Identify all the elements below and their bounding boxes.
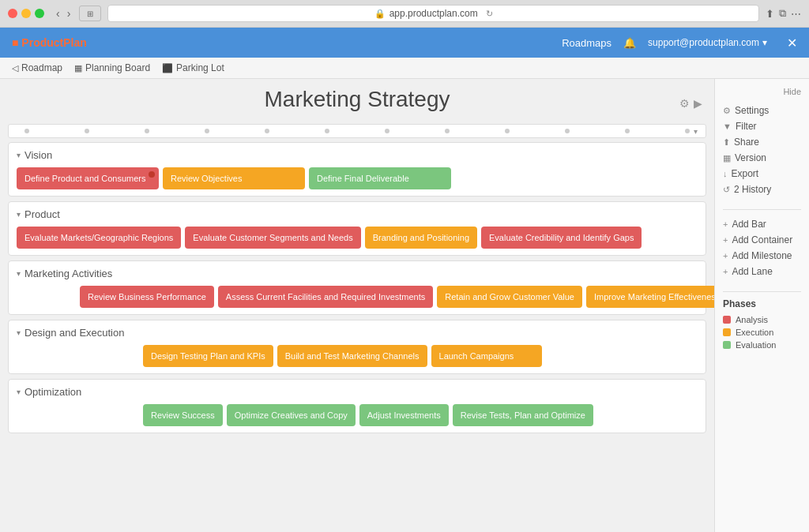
optimize-creatives-card[interactable]: Optimize Creatives and Copy	[227, 404, 356, 426]
filter-item[interactable]: ▼ Filter	[723, 118, 801, 134]
build-test-channels-card[interactable]: Build and Test Marketing Channels	[277, 345, 427, 367]
sidebar-hide-section: Hide	[723, 87, 801, 96]
hide-sidebar-button[interactable]: Hide	[783, 87, 801, 96]
review-success-card[interactable]: Review Success	[143, 404, 223, 426]
design-testing-card[interactable]: Design Testing Plan and KPIs	[143, 345, 273, 367]
phase-execution: Execution	[723, 326, 801, 339]
add-lane-item[interactable]: + Add Lane	[723, 264, 801, 279]
evaluation-color-swatch	[723, 341, 731, 349]
parking-lot-tab[interactable]: ⬛ Parking Lot	[162, 62, 224, 73]
history-item[interactable]: ↺ 2 History	[723, 182, 801, 197]
share-item[interactable]: ⬆ Share	[723, 134, 801, 150]
add-container-label: Add Container	[732, 234, 792, 245]
share-icon: ⬆	[723, 137, 730, 148]
card-label: Revise Tests, Plan and Optimize	[461, 410, 585, 420]
new-tab-button[interactable]: ⧉	[779, 7, 786, 20]
timeline-header: ▾	[8, 124, 706, 138]
minimize-traffic-light[interactable]	[21, 9, 31, 18]
parking-lot-icon: ⬛	[162, 63, 173, 73]
sidebar-add-actions: + Add Bar + Add Container + Add Mileston…	[723, 216, 801, 279]
app-close-button[interactable]: ✕	[787, 36, 797, 51]
export-item[interactable]: ↓ Export	[723, 166, 801, 182]
revise-tests-card[interactable]: Revise Tests, Plan and Optimize	[453, 404, 593, 426]
execution-label: Execution	[736, 328, 773, 337]
evaluate-markets-card[interactable]: Evaluate Markets/Geographic Regions	[17, 227, 181, 249]
settings-gear-icon[interactable]: ⚙	[679, 97, 690, 110]
notifications-bell[interactable]: 🔔	[623, 37, 636, 49]
card-alert-dot	[149, 171, 155, 178]
app-logo: ■ ProductPlan	[12, 36, 562, 49]
add-milestone-label: Add Milestone	[732, 250, 792, 261]
version-icon: ▦	[723, 153, 731, 163]
add-milestone-item[interactable]: + Add Milestone	[723, 248, 801, 264]
version-label: Version	[735, 152, 766, 163]
user-dropdown-arrow: ▾	[762, 37, 767, 48]
sidebar-divider	[723, 209, 801, 210]
traffic-lights	[8, 9, 44, 18]
card-label: Adjust Investments	[367, 410, 441, 420]
evaluate-customer-segments-card[interactable]: Evaluate Customer Segments and Needs	[185, 227, 360, 249]
product-lane-header[interactable]: ▾ Product	[17, 208, 698, 220]
design-execution-lane: ▾ Design and Execution Design Testing Pl…	[8, 320, 706, 374]
share-window-button[interactable]: ⬆	[766, 7, 774, 20]
version-item[interactable]: ▦ Version	[723, 150, 801, 166]
timeline-dot	[445, 129, 450, 133]
card-label: Review Objectives	[171, 174, 242, 183]
sub-nav: ◁ Roadmap ▦ Planning Board ⬛ Parking Lot	[0, 58, 809, 79]
launch-campaigns-card[interactable]: Launch Campaigns	[431, 345, 542, 367]
marketing-activities-lane: ▾ Marketing Activities Review Business P…	[8, 260, 706, 315]
review-objectives-card[interactable]: Review Objectives	[163, 167, 305, 189]
card-label: Assess Current Facilities and Required I…	[226, 292, 426, 302]
marketing-activities-header[interactable]: ▾ Marketing Activities	[17, 268, 698, 279]
evaluation-label: Evaluation	[736, 340, 776, 350]
optimization-lane: ▾ Optimization Review Success Optimize C…	[8, 379, 706, 433]
add-bar-label: Add Bar	[732, 219, 766, 230]
address-bar[interactable]: 🔒 app.productplan.com ↻	[107, 5, 759, 22]
share-label: Share	[734, 137, 759, 148]
timeline-dot	[325, 129, 329, 133]
url-text: app.productplan.com	[389, 8, 478, 19]
evaluate-credibility-card[interactable]: Evaluate Credibility and Identify Gaps	[481, 227, 642, 249]
back-button[interactable]: ‹	[54, 7, 62, 20]
vision-lane-header[interactable]: ▾ Vision	[17, 149, 698, 161]
user-email: support@productplan.com	[648, 37, 759, 48]
vision-lane: ▾ Vision Define Product and Consumers Re…	[8, 142, 706, 197]
scroll-right-icon[interactable]: ▶	[694, 97, 702, 110]
tab-button[interactable]: ⊞	[79, 6, 101, 21]
sidebar-divider-2	[723, 291, 801, 292]
review-business-card[interactable]: Review Business Performance	[80, 286, 214, 308]
add-bar-item[interactable]: + Add Bar	[723, 216, 801, 232]
add-container-item[interactable]: + Add Container	[723, 232, 801, 248]
adjust-investments-card[interactable]: Adjust Investments	[359, 404, 449, 426]
more-button[interactable]: ⋯	[791, 7, 801, 20]
sidebar-main-actions: ⚙ Settings ▼ Filter ⬆ Share ▦ Version ↓ …	[723, 103, 801, 197]
add-lane-label: Add Lane	[732, 266, 772, 277]
optimization-header[interactable]: ▾ Optimization	[17, 386, 698, 398]
close-traffic-light[interactable]	[8, 9, 17, 18]
forward-button[interactable]: ›	[65, 7, 73, 20]
timeline-dots	[17, 129, 698, 133]
product-lane: ▾ Product Evaluate Markets/Geographic Re…	[8, 201, 706, 256]
roadmaps-nav[interactable]: Roadmaps	[562, 37, 611, 49]
design-execution-header[interactable]: ▾ Design and Execution	[17, 327, 698, 339]
assess-facilities-card[interactable]: Assess Current Facilities and Required I…	[218, 286, 434, 308]
parking-lot-label: Parking Lot	[176, 62, 224, 73]
define-product-card[interactable]: Define Product and Consumers	[17, 167, 159, 189]
define-final-deliverable-card[interactable]: Define Final Deliverable	[309, 167, 451, 189]
history-label: 2 History	[734, 184, 771, 195]
improve-marketing-card[interactable]: Improve Marketing Effectiveness	[586, 286, 714, 308]
logo-text: ProductPlan	[21, 36, 86, 49]
branding-positioning-card[interactable]: Branding and Positioning	[365, 227, 477, 249]
retain-grow-card[interactable]: Retain and Grow Customer Value	[437, 286, 582, 308]
marketing-activities-items: Review Business Performance Assess Curre…	[80, 286, 698, 308]
reload-icon[interactable]: ↻	[486, 9, 493, 19]
fullscreen-traffic-light[interactable]	[35, 9, 44, 18]
settings-item[interactable]: ⚙ Settings	[723, 103, 801, 118]
roadmap-tab[interactable]: ◁ Roadmap	[12, 62, 62, 73]
user-menu[interactable]: support@productplan.com ▾	[648, 37, 767, 48]
marketing-activities-label: Marketing Activities	[24, 268, 112, 279]
planning-board-tab[interactable]: ▦ Planning Board	[74, 62, 150, 73]
roadmap-icon: ◁	[12, 63, 18, 73]
design-execution-label: Design and Execution	[24, 327, 124, 339]
timeline-expand-icon[interactable]: ▾	[694, 127, 698, 136]
